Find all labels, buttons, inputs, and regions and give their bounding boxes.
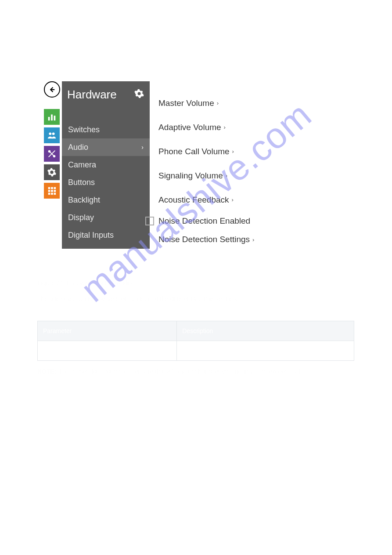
svg-rect-8 <box>51 187 53 189</box>
svg-rect-12 <box>54 190 56 192</box>
setting-label: Signaling Volume <box>158 171 223 181</box>
figure-caption: Figure 21: Hardware config - Audio <box>37 279 132 287</box>
svg-rect-9 <box>54 187 56 189</box>
icon-column <box>44 81 62 249</box>
setting-acoustic-feedback[interactable]: Acoustic Feedback› <box>158 188 290 212</box>
chevron-right-icon: › <box>232 148 234 155</box>
svg-rect-11 <box>51 190 53 192</box>
note-block: NOTE: If also used for phone calls, ensu… <box>37 367 354 376</box>
parameter-table: Parameter Description Master Volume Conf… <box>37 321 354 361</box>
note-text: If also used for phone calls, ensure tha… <box>58 368 304 375</box>
settings-tile-icon[interactable] <box>44 164 60 180</box>
chevron-right-icon: › <box>226 172 227 179</box>
sidebar-item-label: Backlight <box>68 196 100 205</box>
grid-icon[interactable] <box>44 183 60 199</box>
checkbox-icon[interactable] <box>145 217 154 225</box>
table-header-parameter: Parameter <box>38 321 177 341</box>
hardware-list: Switches Audio› Camera Buttons Backlight… <box>62 108 150 244</box>
svg-rect-0 <box>48 117 50 120</box>
svg-rect-7 <box>48 187 50 189</box>
sidebar-item-backlight[interactable]: Backlight <box>62 191 150 209</box>
note-label: NOTE: <box>37 368 57 375</box>
svg-rect-14 <box>51 193 53 195</box>
audio-settings-list: Master Volume› Adaptive Volume› Phone Ca… <box>158 81 290 249</box>
hardware-title: Hardware <box>67 88 117 102</box>
back-button[interactable] <box>44 81 60 98</box>
tools-icon[interactable] <box>44 146 60 162</box>
svg-point-4 <box>52 132 55 135</box>
sidebar-item-label: Audio <box>68 143 88 152</box>
sidebar-item-label: Digital Inputs <box>68 231 114 240</box>
svg-rect-1 <box>51 115 53 121</box>
sidebar-item-buttons[interactable]: Buttons <box>62 174 150 191</box>
sidebar-item-label: Buttons <box>68 178 95 187</box>
svg-point-5 <box>49 151 50 152</box>
hardware-panel: Hardware Switches Audio› Camera Buttons … <box>62 81 150 249</box>
chevron-right-icon: › <box>252 236 254 243</box>
sidebar-item-label: Switches <box>68 125 100 134</box>
svg-point-6 <box>54 156 55 157</box>
svg-rect-10 <box>48 190 50 192</box>
chevron-right-icon: › <box>232 196 234 203</box>
sidebar-item-camera[interactable]: Camera <box>62 156 150 174</box>
intro-paragraph: The audio section is reserved for config… <box>37 294 353 303</box>
svg-rect-13 <box>48 193 50 195</box>
people-icon[interactable] <box>44 127 60 143</box>
chart-icon[interactable] <box>44 109 60 125</box>
setting-label: Adaptive Volume <box>158 123 221 132</box>
setting-label: Master Volume <box>158 98 214 108</box>
sidebar-item-label: Camera <box>68 160 96 170</box>
sidebar-item-audio[interactable]: Audio› <box>62 138 150 156</box>
table-cell-param: Master Volume <box>38 341 177 361</box>
setting-phone-call-volume[interactable]: Phone Call Volume› <box>158 139 290 163</box>
sidebar-item-digital-inputs[interactable]: Digital Inputs <box>62 226 150 244</box>
setting-adaptive-volume[interactable]: Adaptive Volume› <box>158 115 290 139</box>
setting-master-volume[interactable]: Master Volume› <box>158 91 290 115</box>
chevron-right-icon: › <box>224 124 226 131</box>
table-row: Master Volume Configure volume of all in… <box>38 341 354 361</box>
table-header-description: Description <box>177 321 354 341</box>
setting-label: Phone Call Volume <box>158 147 230 156</box>
setting-label: Acoustic Feedback <box>158 195 229 205</box>
setting-noise-detection-settings[interactable]: Noise Detection Settings› <box>158 230 290 249</box>
sidebar-item-label: Display <box>68 213 94 222</box>
svg-point-3 <box>49 132 51 135</box>
setting-noise-detection-enabled[interactable]: Noise Detection Enabled <box>158 212 290 230</box>
chevron-right-icon: › <box>217 100 219 106</box>
table-cell-desc: Configure volume of all integrated speak… <box>177 341 354 361</box>
svg-rect-15 <box>54 193 56 195</box>
screenshot-region: Hardware Switches Audio› Camera Buttons … <box>44 81 316 249</box>
hardware-header: Hardware <box>62 81 150 108</box>
svg-rect-2 <box>54 116 56 120</box>
setting-label: Noise Detection Settings <box>158 235 250 244</box>
sidebar-item-display[interactable]: Display <box>62 209 150 226</box>
checkbox-label: Noise Detection Enabled <box>158 216 250 226</box>
setting-signaling-volume[interactable]: Signaling Volume› <box>158 163 290 188</box>
chevron-right-icon: › <box>141 144 144 151</box>
gear-icon[interactable] <box>134 88 144 101</box>
parameter-table-wrap: Parameter Description Master Volume Conf… <box>37 321 354 376</box>
sidebar-item-switches[interactable]: Switches <box>62 121 150 138</box>
